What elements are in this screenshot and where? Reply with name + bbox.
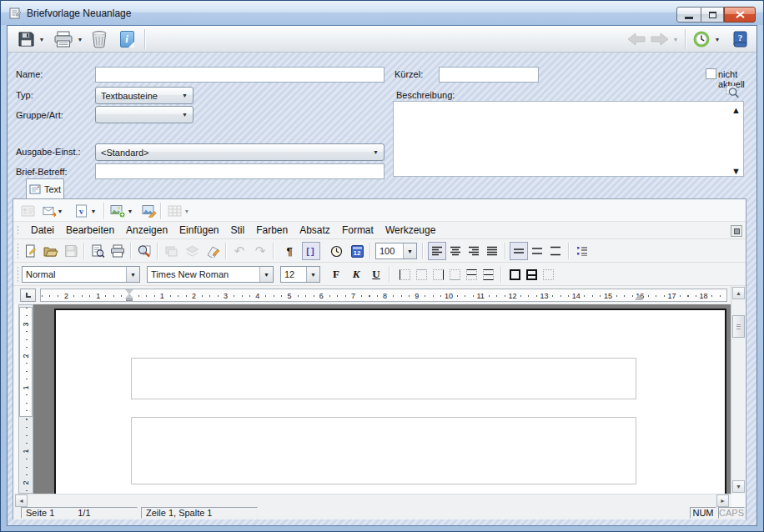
text-frame-2[interactable] — [131, 417, 636, 484]
italic-button[interactable]: K — [347, 265, 365, 284]
menu-bearbeiten[interactable]: Bearbeiten — [60, 224, 120, 236]
menu-werkzeuge[interactable]: Werkzeuge — [379, 224, 441, 236]
scroll-right-button[interactable]: ► — [716, 494, 729, 507]
border-left-button[interactable] — [395, 265, 414, 284]
beschreibung-zoom-button[interactable] — [726, 85, 741, 101]
border-inner-horizontal-button[interactable] — [462, 265, 480, 284]
insert-variable-button[interactable]: v — [72, 202, 90, 220]
nicht-aktuell-checkbox[interactable] — [706, 68, 716, 79]
brief-betreff-input[interactable] — [95, 163, 385, 179]
insert-contact-button[interactable] — [18, 202, 37, 220]
bold-button[interactable]: F — [327, 265, 345, 284]
border-right-button[interactable] — [429, 265, 447, 284]
toolbar-grip[interactable] — [17, 266, 19, 282]
tab-text[interactable]: Text — [26, 178, 64, 199]
menu-absatz[interactable]: Absatz — [294, 224, 336, 236]
toolbar-grip[interactable] — [17, 243, 19, 258]
maximize-button[interactable] — [701, 7, 724, 23]
forward-button[interactable] — [650, 29, 670, 49]
new-document-button[interactable] — [22, 242, 40, 260]
menu-format[interactable]: Format — [336, 224, 379, 236]
line-spacing-15-button[interactable] — [528, 242, 546, 260]
edit-sheet-button[interactable] — [204, 242, 222, 260]
editor-window-button[interactable] — [731, 225, 742, 237]
insert-table-button[interactable] — [165, 202, 183, 220]
vertical-scroll-thumb[interactable] — [732, 315, 745, 338]
line-spacing-double-button[interactable] — [546, 242, 565, 260]
border-box-button[interactable] — [505, 265, 524, 284]
kuerzel-input[interactable] — [439, 67, 539, 83]
history-dropdown-button[interactable]: ▼ — [713, 29, 721, 49]
border-bottom-button[interactable] — [445, 265, 464, 284]
border-top-button[interactable] — [412, 265, 430, 284]
delete-button[interactable] — [89, 29, 109, 49]
left-indent-box-marker[interactable] — [126, 299, 133, 301]
insert-textmodule-dropdown[interactable]: ▼ — [55, 202, 65, 220]
right-indent-marker[interactable] — [635, 290, 643, 300]
scroll-down-button[interactable]: ▼ — [732, 480, 745, 493]
forward-dropdown-button[interactable]: ▼ — [671, 29, 680, 49]
zoom-select[interactable]: 100 ▼ — [375, 243, 417, 259]
scroll-left-button[interactable]: ◄ — [15, 494, 28, 507]
print-dropdown-button[interactable]: ▼ — [76, 29, 84, 49]
minimize-button[interactable] — [676, 7, 701, 23]
menu-stil[interactable]: Stil — [224, 224, 250, 236]
insert-date-button[interactable]: 12 — [348, 242, 366, 260]
undo-button[interactable]: ↶ — [230, 242, 249, 260]
menu-anzeigen[interactable]: Anzeigen — [120, 224, 173, 236]
align-left-button[interactable] — [428, 242, 446, 260]
history-button[interactable] — [691, 29, 711, 49]
align-center-button[interactable] — [446, 242, 465, 260]
paragraph-style-select[interactable]: Normal ▼ — [22, 266, 140, 283]
info-button[interactable]: i — [118, 29, 136, 49]
horizontal-scrollbar[interactable]: ◄ ► — [14, 494, 731, 507]
text-frame-1[interactable] — [131, 358, 636, 399]
border-none-button[interactable] — [539, 265, 557, 284]
scroll-down-icon[interactable]: ▼ — [731, 166, 741, 176]
insert-image-dropdown[interactable]: ▼ — [125, 202, 135, 220]
open-button[interactable] — [42, 242, 60, 260]
align-right-button[interactable] — [465, 242, 483, 260]
h-ruler[interactable]: 21123456789101112131415161718 — [40, 289, 727, 302]
disabled-tool-button-2[interactable] — [183, 242, 201, 260]
toolbar-grip[interactable] — [17, 225, 19, 235]
close-button[interactable] — [724, 7, 756, 23]
document-page[interactable] — [54, 309, 726, 494]
save-document-button[interactable] — [62, 242, 80, 260]
tab-stop-selector-button[interactable] — [20, 289, 36, 302]
gruppe-select[interactable]: ▼ — [95, 106, 194, 123]
font-select[interactable]: Times New Roman ▼ — [147, 266, 274, 283]
v-ruler[interactable]: 32112 — [18, 304, 33, 494]
disabled-tool-button-1[interactable] — [162, 242, 180, 260]
insert-image-button[interactable] — [108, 202, 127, 220]
save-button[interactable] — [16, 29, 36, 49]
beschreibung-textarea[interactable] — [393, 101, 744, 177]
bullet-list-button[interactable] — [573, 242, 591, 260]
show-paragraph-marks-button[interactable]: ¶ — [280, 242, 299, 260]
search-button[interactable] — [135, 242, 153, 260]
show-field-brackets-button[interactable]: [] — [302, 242, 320, 260]
print-button[interactable] — [53, 29, 74, 49]
help-button[interactable]: ? — [730, 29, 750, 49]
font-size-select[interactable]: 12 ▼ — [280, 266, 320, 283]
border-horizontal-all-button[interactable] — [479, 265, 497, 284]
align-justify-button[interactable] — [483, 242, 501, 260]
menu-farben[interactable]: Farben — [250, 224, 294, 236]
ausgabe-select[interactable]: <Standard> ▼ — [95, 143, 385, 161]
menu-datei[interactable]: Datei — [25, 224, 60, 236]
title-bar[interactable]: Briefvorlage Neuanlage — [1, 1, 763, 25]
save-dropdown-button[interactable]: ▼ — [38, 29, 46, 49]
border-box-middle-button[interactable] — [522, 265, 540, 284]
print-preview-button[interactable] — [88, 242, 107, 260]
insert-variable-dropdown[interactable]: ▼ — [88, 202, 98, 220]
name-input[interactable] — [95, 67, 385, 83]
insert-time-button[interactable] — [327, 242, 345, 260]
typ-select[interactable]: Textbausteine ▼ — [95, 87, 194, 104]
print-document-button[interactable] — [108, 242, 127, 260]
underline-button[interactable]: U — [367, 265, 385, 284]
left-indent-marker[interactable] — [125, 289, 133, 299]
back-button[interactable] — [626, 29, 646, 49]
line-spacing-single-button[interactable] — [510, 242, 528, 260]
redo-button[interactable]: ↷ — [251, 242, 269, 260]
scroll-up-icon[interactable]: ▲ — [731, 105, 741, 115]
